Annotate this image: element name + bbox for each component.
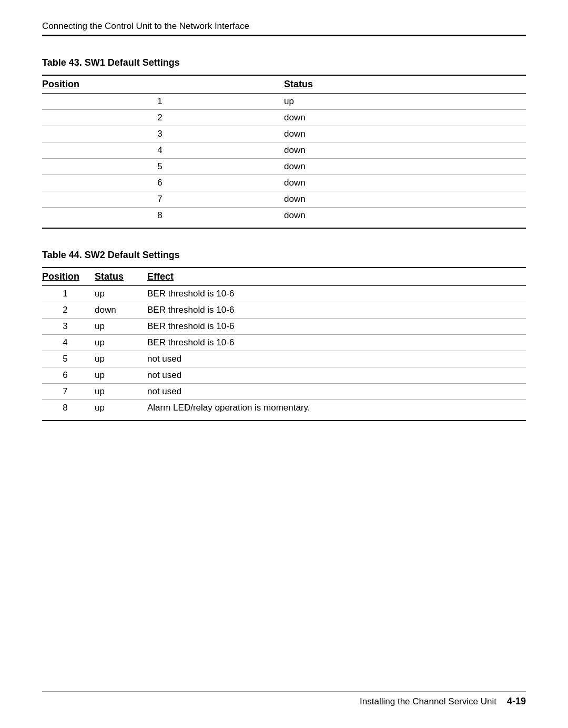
cell-status: down [95,302,147,319]
table-row: 6down [42,175,526,191]
cell-position: 7 [42,191,284,208]
page-header: Connecting the Control Unit to the Netwo… [42,21,526,36]
table-row: 4down [42,142,526,159]
cell-effect: BER threshold is 10-6 [147,335,526,351]
table43-col-position: Position [42,75,284,94]
table44: Position Status Effect 1upBER threshold … [42,267,526,416]
table-row: 5down [42,159,526,175]
cell-status: up [95,286,147,302]
cell-position: 2 [42,302,95,319]
cell-effect: BER threshold is 10-6 [147,319,526,335]
cell-effect: BER threshold is 10-6 [147,302,526,319]
cell-position: 2 [42,110,284,126]
cell-status: down [284,142,526,159]
cell-position: 1 [42,286,95,302]
cell-position: 3 [42,126,284,142]
cell-status: down [284,175,526,191]
table-row: 7upnot used [42,384,526,400]
table43-caption: Table 43. SW1 Default Settings [42,57,526,68]
cell-effect: not used [147,367,526,384]
table-row: 3down [42,126,526,142]
cell-status: up [95,319,147,335]
table-row: 2down [42,110,526,126]
page-footer: Installing the Channel Service Unit 4-19 [42,691,526,707]
cell-status: up [95,384,147,400]
table-row: 8upAlarm LED/relay operation is momentar… [42,400,526,416]
cell-position: 4 [42,335,95,351]
cell-status: down [284,110,526,126]
table44-col-position: Position [42,268,95,286]
cell-position: 6 [42,175,284,191]
table-row: 5upnot used [42,351,526,367]
table-row: 6upnot used [42,367,526,384]
footer-page: 4-19 [507,696,526,707]
table-row: 3upBER threshold is 10-6 [42,319,526,335]
page-container: Connecting the Control Unit to the Netwo… [0,0,568,728]
table43-bottom-rule [42,228,526,229]
cell-position: 1 [42,94,284,110]
table43-section: Table 43. SW1 Default Settings Position … [42,57,526,229]
table-row: 1upBER threshold is 10-6 [42,286,526,302]
cell-position: 6 [42,367,95,384]
table43-col-status: Status [284,75,526,94]
cell-status: up [95,335,147,351]
table44-caption: Table 44. SW2 Default Settings [42,250,526,261]
table43: Position Status 1up2down3down4down5down6… [42,75,526,223]
cell-status: down [284,159,526,175]
cell-position: 4 [42,142,284,159]
table44-col-status: Status [95,268,147,286]
cell-effect: Alarm LED/relay operation is momentary. [147,400,526,416]
cell-status: up [284,94,526,110]
table-row: 2downBER threshold is 10-6 [42,302,526,319]
cell-position: 3 [42,319,95,335]
table44-col-effect: Effect [147,268,526,286]
cell-status: up [95,351,147,367]
table44-section: Table 44. SW2 Default Settings Position … [42,250,526,421]
cell-effect: not used [147,384,526,400]
cell-status: down [284,208,526,224]
cell-position: 5 [42,159,284,175]
header-title: Connecting the Control Unit to the Netwo… [42,21,249,32]
cell-status: down [284,191,526,208]
table-row: 4upBER threshold is 10-6 [42,335,526,351]
table44-bottom-rule [42,420,526,421]
cell-status: up [95,400,147,416]
table-row: 1up [42,94,526,110]
table-row: 7down [42,191,526,208]
cell-status: down [284,126,526,142]
cell-status: up [95,367,147,384]
footer-label: Installing the Channel Service Unit [360,696,496,707]
cell-position: 8 [42,400,95,416]
cell-position: 5 [42,351,95,367]
table-row: 8down [42,208,526,224]
cell-effect: not used [147,351,526,367]
cell-position: 7 [42,384,95,400]
cell-effect: BER threshold is 10-6 [147,286,526,302]
cell-position: 8 [42,208,284,224]
